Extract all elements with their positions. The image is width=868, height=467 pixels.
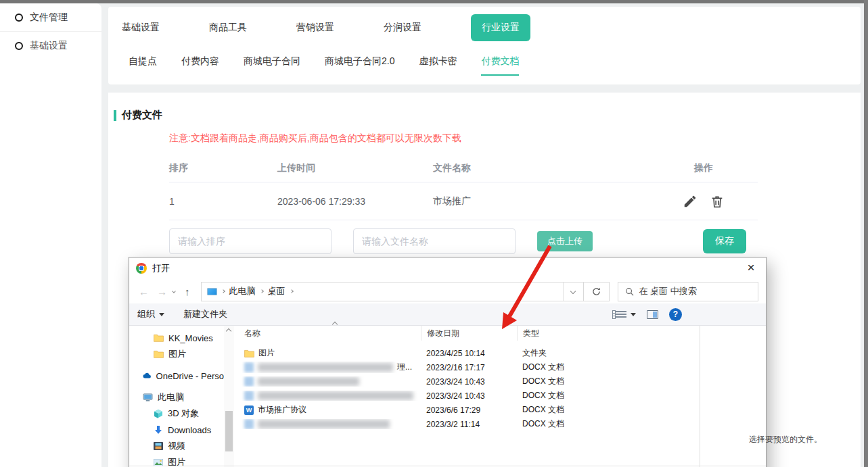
breadcrumb-desktop[interactable]: 桌面 (268, 285, 285, 297)
blurred-doc-icon (244, 419, 254, 429)
file-type: DOCX 文档 (517, 376, 590, 387)
folder-tree: KK_Movies 图片 OneDrive - Perso 此电脑 (129, 326, 224, 467)
file-row-market-agreement[interactable]: W 市场推广协议 2023/6/6 17:29 DOCX 文档 (238, 403, 596, 417)
tab-product-tools[interactable]: 商品工具 (209, 22, 247, 34)
tab-industry-settings[interactable]: 行业设置 (471, 14, 530, 41)
tree-label: 图片 (168, 348, 186, 360)
cell-sort: 1 (169, 196, 277, 207)
scrollbar-thumb[interactable] (225, 411, 233, 451)
file-row-redacted[interactable]: 理... 2023/2/16 17:17 DOCX 文档 (238, 360, 596, 374)
back-arrow-icon[interactable]: ← (136, 286, 152, 297)
preview-hint-text: 选择要预览的文件。 (749, 434, 822, 467)
up-arrow-icon[interactable]: ↑ (182, 286, 193, 297)
delete-icon[interactable] (710, 194, 725, 209)
file-row-redacted[interactable]: 2023/3/24 10:43 DOCX 文档 (238, 389, 596, 403)
help-icon[interactable]: ? (669, 308, 682, 321)
tab-basic-settings[interactable]: 基础设置 (122, 22, 160, 34)
tab-profit-settings[interactable]: 分润设置 (384, 22, 421, 34)
chevron-right-icon (221, 289, 225, 293)
upload-button[interactable]: 点击上传 (537, 231, 593, 251)
folder-icon (154, 334, 164, 342)
chevron-down-icon (159, 313, 164, 316)
file-type: DOCX 文档 (517, 362, 590, 373)
tree-scrollbar[interactable] (224, 326, 234, 467)
tree-item-onedrive[interactable]: OneDrive - Perso (129, 368, 224, 384)
tab-mall-econtract[interactable]: 商城电子合同 (244, 55, 300, 76)
tab-paid-docs[interactable]: 付费文档 (481, 55, 519, 76)
desktop-icon (207, 288, 217, 295)
tree-item-videos[interactable]: 视频 (129, 438, 224, 454)
list-view-icon[interactable] (616, 311, 636, 318)
scroll-up-icon[interactable] (226, 328, 231, 334)
col-header-sort: 排序 (169, 162, 277, 174)
file-row-pictures[interactable]: 图片 2023/4/25 10:14 文件夹 (238, 346, 596, 360)
address-dropdown-icon[interactable] (563, 282, 583, 301)
address-bar[interactable]: 此电脑 桌面 (201, 282, 584, 301)
3d-objects-icon (154, 409, 163, 418)
primary-tabs: 基础设置 商品工具 营销设置 分润设置 行业设置 (108, 7, 861, 49)
file-type: 文件夹 (517, 347, 590, 359)
sort-input[interactable] (169, 228, 332, 254)
file-row-redacted[interactable]: 2023/3/2 11:14 DOCX 文档 (238, 417, 596, 431)
dialog-title: 打开 (152, 262, 170, 274)
tree-item-downloads[interactable]: Downloads (129, 422, 224, 438)
tree-item-pictures-folder[interactable]: 图片 (129, 346, 224, 362)
redacted-file-name (258, 391, 413, 400)
folder-icon (154, 350, 164, 358)
tree-item-kk-movies[interactable]: KK_Movies (129, 330, 224, 346)
screen: 文件管理 基础设置 基础设置 商品工具 营销设置 分润设置 行业设置 自提点 付… (0, 0, 868, 467)
preview-pane-icon[interactable] (647, 310, 658, 319)
redacted-file-name (258, 363, 393, 372)
section-title-text: 付费文件 (122, 109, 162, 122)
file-date: 2023/3/2 11:14 (421, 420, 517, 429)
tab-mall-econtract-2[interactable]: 商城电子合同2.0 (325, 55, 394, 76)
breadcrumb-this-pc[interactable]: 此电脑 (229, 285, 256, 297)
cell-actions (649, 194, 758, 209)
new-folder-button[interactable]: 新建文件夹 (183, 308, 227, 320)
tree-item-this-pc[interactable]: 此电脑 (129, 389, 224, 405)
sidebar-item-file-management[interactable]: 文件管理 (0, 3, 101, 32)
file-date: 2023/3/24 10:43 (421, 377, 517, 387)
blurred-doc-icon (244, 362, 254, 372)
tab-pickup-point[interactable]: 自提点 (129, 55, 157, 76)
tab-paid-content[interactable]: 付费内容 (181, 55, 219, 76)
search-placeholder: 在 桌面 中搜索 (639, 285, 697, 297)
col-header-name: 文件名称 (433, 162, 649, 174)
tab-marketing-settings[interactable]: 营销设置 (296, 22, 334, 34)
refresh-icon[interactable] (584, 282, 610, 301)
sidebar-item-label: 文件管理 (30, 11, 68, 24)
col-header-time: 上传时间 (277, 162, 433, 174)
col-header-name[interactable]: 名称 (238, 328, 421, 339)
notice-text: 注意:文档跟着商品走,商品购买后,商品包含的文档都可以无限次数下载 (169, 132, 861, 145)
file-type: DOCX 文档 (517, 418, 590, 430)
downloads-icon (154, 425, 163, 435)
browser-top-edge (0, 0, 868, 3)
tree-label: OneDrive - Perso (156, 371, 224, 381)
edit-icon[interactable] (683, 194, 698, 209)
redacted-file-name (258, 420, 390, 428)
file-date: 2023/3/24 10:43 (421, 391, 517, 401)
sidebar: 文件管理 基础设置 (0, 3, 101, 467)
dialog-title-bar[interactable]: 打开 × (129, 257, 766, 279)
file-row-redacted[interactable]: 2023/3/24 10:43 DOCX 文档 (238, 374, 596, 389)
chevron-down-icon (631, 313, 636, 316)
chevron-down-icon[interactable] (172, 289, 176, 293)
tree-label: 此电脑 (158, 391, 184, 403)
file-name-input[interactable] (353, 228, 516, 254)
tab-virtual-card[interactable]: 虚拟卡密 (419, 55, 457, 76)
sidebar-item-basic-settings[interactable]: 基础设置 (0, 32, 101, 60)
chrome-icon (136, 263, 147, 274)
tree-item-3d-objects[interactable]: 3D 对象 (129, 405, 224, 422)
close-icon[interactable]: × (736, 257, 766, 278)
dialog-command-bar: 组织 新建文件夹 ? (129, 303, 766, 326)
col-header-type[interactable]: 类型 (517, 326, 590, 341)
pictures-icon (154, 459, 163, 466)
forward-arrow-icon[interactable]: → (154, 286, 170, 297)
save-button[interactable]: 保存 (703, 229, 746, 253)
blurred-doc-icon (244, 376, 254, 387)
view-controls: ? (616, 308, 758, 321)
tree-label: 3D 对象 (168, 408, 199, 420)
organize-menu[interactable]: 组织 (137, 308, 164, 320)
col-header-date[interactable]: 修改日期 (421, 326, 517, 341)
search-box[interactable]: 在 桌面 中搜索 (618, 282, 758, 301)
